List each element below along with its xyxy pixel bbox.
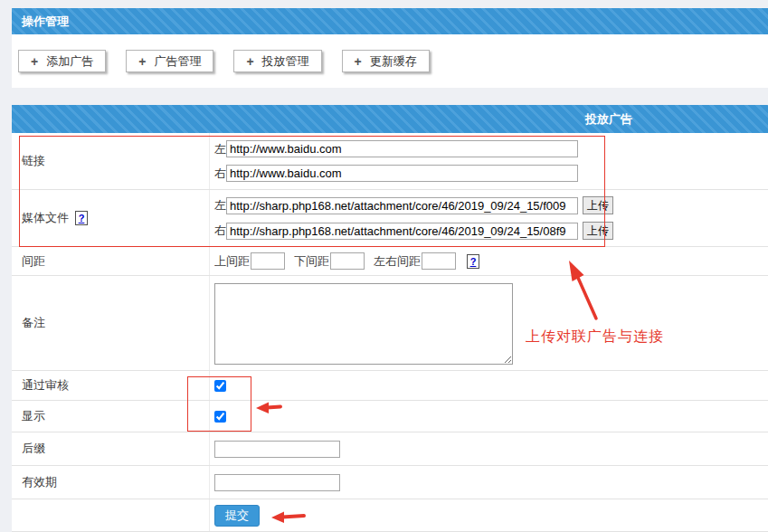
delivery-manage-button[interactable]: + 投放管理 (233, 50, 321, 72)
display-row: 显示 (12, 401, 768, 432)
media-left-line: 左 上传 (214, 196, 613, 214)
display-label-cell: 显示 (12, 401, 210, 432)
suffix-label-cell: 后缀 (12, 432, 210, 465)
ad-manage-label: 广告管理 (154, 53, 201, 70)
spacing-top-label: 上间距 (214, 253, 250, 270)
page-container: 操作管理 + 添加广告 + 广告管理 + 投放管理 + 更新缓存 投放广告 链接 (12, 0, 768, 532)
link-right-input[interactable] (226, 165, 578, 182)
left-prefix-label: 左 (214, 141, 226, 157)
right-prefix-label: 右 (214, 223, 226, 239)
plus-icon: + (31, 55, 38, 68)
spacing-label-cell: 间距 (12, 247, 210, 275)
audit-label-cell: 通过审核 (12, 371, 210, 400)
validity-label: 有效期 (22, 474, 57, 490)
validity-row: 有效期 (12, 466, 768, 499)
toolbar: + 添加广告 + 广告管理 + 投放管理 + 更新缓存 (12, 34, 768, 88)
link-label-cell: 链接 (12, 133, 210, 189)
form-title-bar: 投放广告 (12, 105, 768, 133)
validity-label-cell: 有效期 (12, 466, 210, 499)
form-title: 投放广告 (585, 105, 632, 133)
remark-row: 备注 (12, 276, 768, 371)
validity-input[interactable] (214, 474, 340, 491)
suffix-field-cell (210, 432, 768, 465)
link-right-line: 右 (214, 165, 578, 182)
spacing-top-input[interactable] (251, 252, 285, 270)
page-title-bar: 操作管理 (12, 8, 768, 34)
plus-icon: + (138, 55, 146, 68)
page-title: 操作管理 (22, 14, 69, 28)
submit-label-cell (12, 499, 210, 531)
audit-row: 通过审核 (12, 371, 768, 401)
validity-field-cell (210, 466, 768, 499)
remark-label-cell: 备注 (12, 276, 210, 370)
submit-field-cell: 提交 (210, 499, 768, 531)
media-field-cell: 左 上传 右 上传 (210, 190, 768, 246)
spacing-bottom-label: 下间距 (294, 253, 329, 270)
right-prefix-label: 右 (214, 166, 226, 182)
submit-row: 提交 (12, 499, 768, 532)
suffix-row: 后缀 (12, 432, 768, 466)
media-label: 媒体文件 (22, 210, 69, 226)
remark-textarea[interactable] (214, 283, 513, 365)
spacing-field-cell: 上间距 下间距 左右间距 ? (210, 247, 768, 275)
media-label-cell: 媒体文件 ? (12, 190, 210, 246)
plus-icon: + (246, 55, 253, 68)
update-cache-button[interactable]: + 更新缓存 (342, 50, 430, 72)
media-row: 媒体文件 ? 左 上传 右 上传 (12, 190, 768, 247)
delivery-form: 投放广告 链接 左 右 媒体文件 ? (12, 105, 768, 532)
media-help-icon[interactable]: ? (75, 211, 88, 225)
delivery-manage-label: 投放管理 (262, 53, 309, 70)
suffix-label: 后缀 (22, 441, 45, 457)
display-label: 显示 (22, 408, 45, 424)
update-cache-label: 更新缓存 (370, 53, 417, 70)
submit-button[interactable]: 提交 (214, 505, 260, 527)
spacing-lr-input[interactable] (422, 252, 456, 270)
audit-field-cell (210, 371, 768, 400)
left-prefix-label: 左 (214, 197, 226, 214)
media-left-input[interactable] (226, 197, 578, 214)
spacing-bottom-input[interactable] (330, 252, 365, 270)
link-left-line: 左 (214, 140, 578, 157)
upload-right-button[interactable]: 上传 (583, 222, 613, 240)
add-ad-button[interactable]: + 添加广告 (18, 50, 106, 72)
plus-icon: + (355, 55, 362, 68)
media-right-line: 右 上传 (214, 222, 613, 240)
audit-label: 通过审核 (22, 377, 69, 394)
spacing-help-icon[interactable]: ? (467, 254, 479, 269)
remark-label: 备注 (22, 315, 45, 331)
link-field-cell: 左 右 (210, 133, 768, 189)
suffix-input[interactable] (214, 441, 340, 458)
remark-field-cell (210, 276, 768, 370)
link-label: 链接 (22, 153, 45, 169)
spacing-label: 间距 (22, 253, 45, 270)
ad-manage-button[interactable]: + 广告管理 (126, 50, 213, 72)
add-ad-label: 添加广告 (46, 53, 93, 70)
display-field-cell (210, 401, 768, 432)
upload-left-button[interactable]: 上传 (583, 196, 613, 214)
audit-checkbox[interactable] (214, 380, 226, 392)
spacing-lr-label: 左右间距 (374, 253, 421, 270)
spacing-row: 间距 上间距 下间距 左右间距 ? (12, 247, 768, 276)
media-right-input[interactable] (226, 223, 578, 240)
link-row: 链接 左 右 (12, 133, 768, 190)
display-checkbox[interactable] (214, 411, 226, 423)
link-left-input[interactable] (226, 140, 578, 157)
